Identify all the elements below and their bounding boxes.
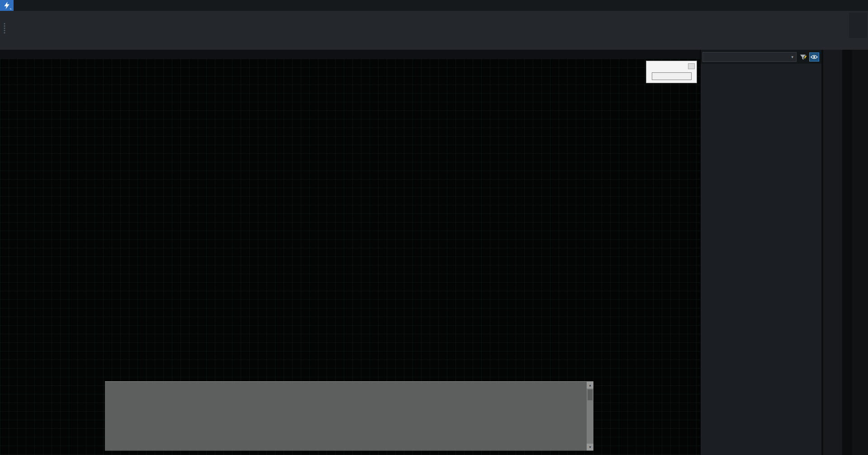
menu-bar <box>0 0 868 11</box>
hot-toggles-panel <box>646 61 697 83</box>
ribbon-corner-fill <box>849 13 867 38</box>
panel-tab-bar <box>823 50 842 455</box>
selection-dropdown[interactable]: ▾ <box>702 52 797 62</box>
app-logo-icon <box>2 1 12 10</box>
right-toolbar <box>852 50 868 455</box>
properties-selector-row: ▾ <box>701 50 821 64</box>
ribbon-toolbar: ••••• <box>0 11 868 50</box>
ribbon-groups <box>12 11 868 50</box>
scroll-down-arrow-icon[interactable]: ▼ <box>587 444 593 450</box>
eye-icon[interactable] <box>809 52 819 62</box>
drawing-canvas[interactable]: ▲ ▼ <box>0 59 700 455</box>
document-tabs <box>0 50 700 59</box>
app-logo-button[interactable] <box>0 0 14 11</box>
scroll-up-arrow-icon[interactable]: ▲ <box>587 382 593 389</box>
console-scrollbar[interactable]: ▲ ▼ <box>587 382 593 450</box>
hot-toggles-menu-button[interactable] <box>688 63 695 69</box>
chevron-down-icon: ▾ <box>791 55 793 59</box>
ribbon-drag-handle-icon[interactable]: ••••• <box>3 23 6 34</box>
refresh-button[interactable] <box>652 72 692 80</box>
scrollbar-thumb[interactable] <box>588 389 593 400</box>
filter-icon[interactable] <box>798 53 807 61</box>
properties-panel: ▾ <box>700 50 821 455</box>
command-line-window[interactable]: ▲ ▼ <box>105 381 593 451</box>
application-window: { "menu_bar": { "items": ["Home","Insert… <box>0 0 868 455</box>
hot-toggles-titlebar[interactable] <box>646 61 697 70</box>
